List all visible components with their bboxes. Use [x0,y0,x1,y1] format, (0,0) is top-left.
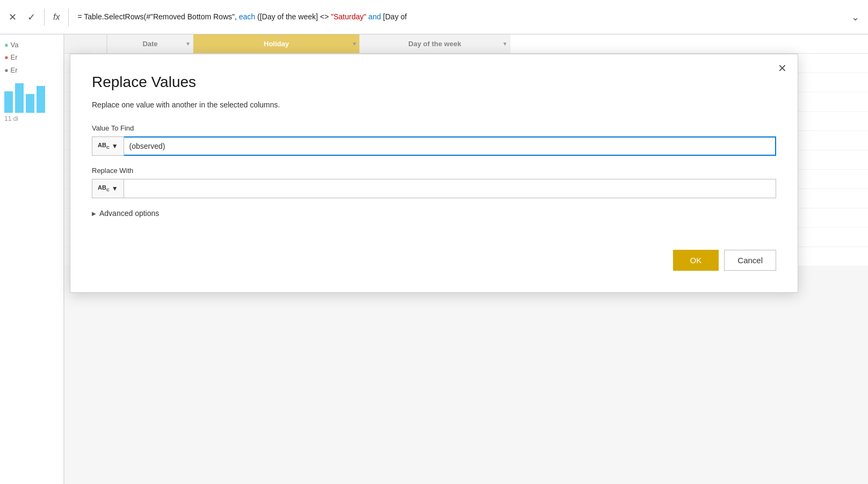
advanced-options-toggle[interactable]: ▶ Advanced options [92,209,776,218]
type-dropdown-arrow: ▼ [112,142,118,150]
value-to-find-label: Value To Find [92,124,776,132]
formula-bar-divider [44,9,45,26]
replace-with-row: ABC ▼ [92,179,776,198]
cancel-icon[interactable]: ✕ [4,9,21,25]
replace-with-type-dropdown[interactable]: ABC ▼ [92,179,124,198]
cancel-button[interactable]: Cancel [724,250,776,271]
formula-expand-icon[interactable]: ⌄ [847,9,864,25]
dialog-footer: OK Cancel [92,250,776,271]
value-to-find-row: ABC ▼ [92,136,776,156]
dialog-description: Replace one value with another in the se… [92,100,776,109]
formula-bar-content: = Table.SelectRows(#"Removed Bottom Rows… [73,10,845,25]
replace-with-input[interactable] [124,179,776,198]
dialog-title: Replace Values [92,74,776,91]
fx-label: fx [49,12,64,22]
ok-button[interactable]: OK [673,250,719,271]
replace-values-dialog: ✕ Replace Values Replace one value with … [70,54,798,293]
advanced-options-triangle-icon: ▶ [92,211,96,216]
replace-type-dropdown-arrow: ▼ [112,185,118,192]
advanced-options-label: Advanced options [99,209,159,218]
value-to-find-input[interactable] [124,136,776,156]
formula-bar-divider2 [68,9,69,26]
type-dropdown-abc: ABC [98,142,110,150]
formula-bar: ✕ ✓ fx = Table.SelectRows(#"Removed Bott… [0,0,868,34]
dialog-close-button[interactable]: ✕ [778,63,787,74]
confirm-icon[interactable]: ✓ [23,9,40,25]
replace-type-dropdown-abc: ABC [98,184,110,192]
replace-with-label: Replace With [92,167,776,175]
value-to-find-type-dropdown[interactable]: ABC ▼ [92,136,124,156]
